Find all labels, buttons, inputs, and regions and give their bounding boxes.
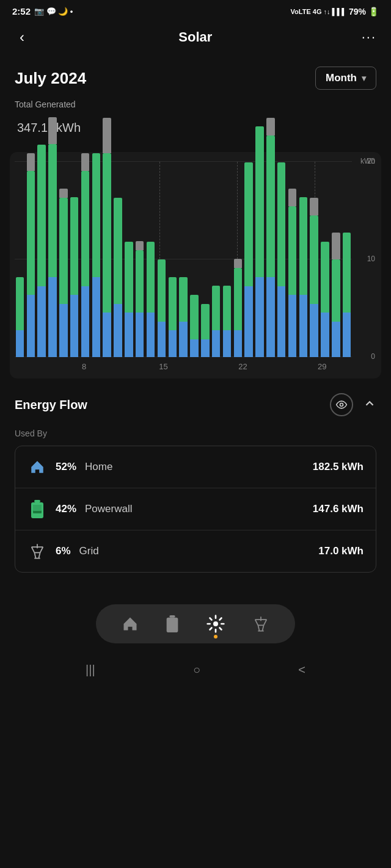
x-label-15: 15 <box>153 362 173 371</box>
home-icon <box>27 457 47 477</box>
nav-item-powerwall[interactable] <box>152 612 192 636</box>
energy-items-card: 52% Home 182.5 kWh 42% Powerwall 14 <box>15 446 376 573</box>
status-time: 2:52 📷 💬 🌙 • <box>12 6 73 16</box>
x-label-22: 22 <box>233 362 252 371</box>
powerwall-icon <box>27 499 47 519</box>
svg-point-15 <box>213 621 218 626</box>
month-selector-label: Month <box>326 72 357 84</box>
bar-group <box>48 162 58 357</box>
svg-rect-1 <box>34 500 40 502</box>
total-generated-value: 347.1 kWh <box>15 112 376 137</box>
main-content: July 2024 Month ▾ Total Generated 347.1 … <box>0 57 391 378</box>
y-unit: kWh <box>360 157 375 165</box>
chevron-down-icon: ▾ <box>362 73 366 83</box>
nav-powerwall-icon <box>166 615 179 632</box>
signal-icon: VoLTE 4G ↑↓ ▌▌▌ <box>291 8 346 15</box>
sys-nav-back[interactable]: < <box>298 663 305 677</box>
energy-item-pw-left: 42% Powerwall <box>27 499 133 519</box>
x-label-29: 29 <box>312 362 332 371</box>
bars-wrapper <box>15 162 352 357</box>
energy-item-home-left: 52% Home <box>27 457 112 477</box>
nav-item-home[interactable] <box>108 612 152 636</box>
battery-icon: 🔋 <box>368 7 379 16</box>
bar-group <box>211 162 221 357</box>
svg-line-10 <box>34 552 35 558</box>
svg-line-27 <box>264 620 267 625</box>
bar-group <box>189 162 200 357</box>
home-name: Home <box>85 461 112 473</box>
bar-group <box>80 162 90 357</box>
svg-line-7 <box>32 547 35 552</box>
more-button[interactable]: ··· <box>362 29 376 45</box>
svg-line-20 <box>210 618 212 620</box>
bar-group <box>320 162 331 357</box>
grid-name: Grid <box>79 545 99 557</box>
sys-nav-recent[interactable]: ||| <box>86 663 95 677</box>
energy-item-powerwall: 42% Powerwall 147.6 kWh <box>15 488 376 530</box>
nav-grid-icon <box>252 615 269 632</box>
svg-line-23 <box>210 628 212 630</box>
nav-item-grid[interactable] <box>239 612 283 636</box>
chart-x-labels: 8 15 22 29 <box>15 357 376 371</box>
energy-flow-header: Energy Flow <box>15 393 376 416</box>
bar-group <box>200 162 210 357</box>
bar-group <box>156 162 167 357</box>
eye-icon[interactable] <box>330 393 353 416</box>
battery-display: 79% <box>349 7 366 16</box>
bar-group <box>58 162 68 357</box>
pw-value: 147.6 kWh <box>313 503 364 515</box>
energy-flow-controls <box>330 393 376 416</box>
back-button[interactable]: ‹ <box>15 26 29 48</box>
nav-solar-icon <box>206 614 225 634</box>
bar-group <box>134 162 145 357</box>
bar-group <box>123 162 134 357</box>
collapse-icon[interactable] <box>363 397 376 413</box>
grid-icon <box>27 541 47 561</box>
status-icons: 📷 💬 🌙 • <box>34 7 73 16</box>
svg-line-21 <box>220 628 222 630</box>
svg-line-29 <box>258 625 259 631</box>
bar-group <box>244 162 254 357</box>
pw-percent: 42% <box>56 503 76 515</box>
bar-group <box>26 162 36 357</box>
bar-group <box>178 162 189 357</box>
used-by-label: Used By <box>15 429 376 438</box>
y-label-0: 0 <box>371 352 375 361</box>
header: ‹ Solar ··· <box>0 20 391 57</box>
svg-line-26 <box>255 620 258 625</box>
bar-group <box>276 162 287 357</box>
status-right: VoLTE 4G ↑↓ ▌▌▌ 79% 🔋 <box>291 7 379 16</box>
bar-group <box>255 162 265 357</box>
svg-rect-13 <box>169 615 175 618</box>
nav-home-icon <box>122 615 139 632</box>
bar-group <box>233 162 243 357</box>
total-kwh-unit: kWh <box>56 121 81 134</box>
nav-item-solar[interactable] <box>192 610 239 637</box>
bottom-nav <box>0 597 391 656</box>
energy-item-grid: 6% Grid 17.0 kWh <box>15 530 376 572</box>
home-percent: 52% <box>56 461 76 473</box>
x-label-8: 8 <box>74 362 93 371</box>
total-generated-label: Total Generated <box>15 99 376 109</box>
total-kwh-number: 347.1 <box>17 121 48 134</box>
bar-group <box>15 162 25 357</box>
svg-rect-14 <box>167 618 178 632</box>
pw-name: Powerwall <box>85 503 132 515</box>
bar-group <box>167 162 178 357</box>
chart-area: 0 10 20 kWh <box>15 162 376 357</box>
grid-value: 17.0 kWh <box>318 545 364 557</box>
time-display: 2:52 <box>12 6 31 16</box>
bar-group <box>102 162 112 357</box>
month-selector[interactable]: Month ▾ <box>315 67 376 90</box>
nav-pill <box>96 604 295 643</box>
bar-group <box>37 162 47 357</box>
bar-group <box>298 162 309 357</box>
energy-item-grid-left: 6% Grid <box>27 541 99 561</box>
bar-group <box>69 162 79 357</box>
solar-chart: 0 10 20 kWh 8 <box>10 152 381 378</box>
svg-line-22 <box>220 618 222 620</box>
date-label: July 2024 <box>15 69 86 88</box>
sys-nav-home[interactable]: ○ <box>193 663 200 677</box>
solar-active-dot <box>214 635 217 638</box>
bar-group <box>222 162 232 357</box>
